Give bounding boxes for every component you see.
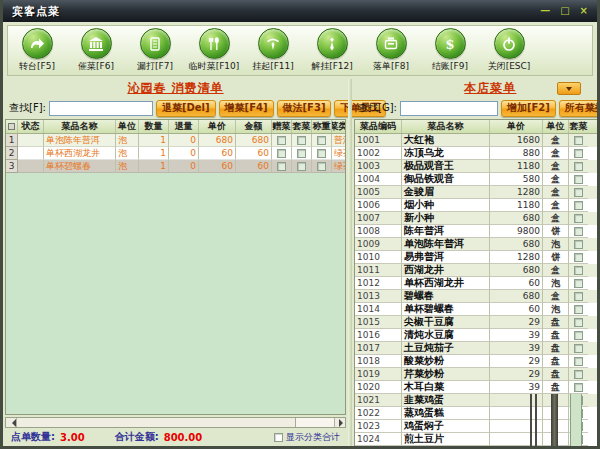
order-row[interactable]: 3 单杯碧螺春 泡 1 0 60 60 绿茶 [6,160,345,173]
combo-checkbox[interactable] [574,409,583,418]
show-category-toggle[interactable]: 显示分类合计 [274,431,340,444]
close-button[interactable]: × [580,6,588,16]
menu-row[interactable]: 1011 西湖龙井 680 盒 [355,264,600,277]
combo-checkbox[interactable] [574,370,583,379]
combo-checkbox[interactable] [574,305,583,314]
minimize-button[interactable]: — [540,6,550,16]
cell-category: 绿茶 [332,160,345,173]
combo-checkbox[interactable] [574,357,583,366]
combo-checkbox[interactable] [574,422,583,431]
show-category-checkbox[interactable] [274,433,283,442]
gift-checkbox[interactable] [277,162,286,171]
header-gift: 赠菜 [272,120,292,133]
combo-checkbox[interactable] [574,214,583,223]
combo-checkbox[interactable] [297,136,306,145]
menu-dropdown-button[interactable] [557,82,581,95]
menu-row[interactable]: 1010 易弗普洱 1280 饼 [355,251,600,264]
menu-row[interactable]: 1023 鸡蛋焖子 [355,420,600,433]
cell-category: 绿茶 [332,147,345,160]
order-action-button[interactable]: 增菜[F4] [219,100,274,117]
menu-row[interactable]: 1003 极品观音王 1180 盒 [355,160,600,173]
weigh-checkbox[interactable] [317,149,326,158]
menu-row[interactable]: 1019 芹菜炒粉 29 盘 [355,368,600,381]
combo-checkbox[interactable] [574,253,583,262]
toolbar-button[interactable]: 临时菜[F10] [188,28,240,73]
left-search-input[interactable] [49,101,153,116]
toolbar-button[interactable]: 挂起[F11] [247,28,299,73]
menu-row[interactable]: 1014 单杯碧螺春 60 泡 [355,303,600,316]
combo-checkbox[interactable] [574,435,583,444]
combo-checkbox[interactable] [574,240,583,249]
left-panel-title: 沁园春 消费清单 [127,80,223,97]
cell-price [490,407,543,420]
combo-checkbox[interactable] [574,188,583,197]
hscrollbar-thumb[interactable] [17,418,296,427]
combo-checkbox[interactable] [574,396,583,405]
menu-row[interactable]: 1006 烟小种 1180 盒 [355,199,600,212]
combo-checkbox[interactable] [574,175,583,184]
menu-row[interactable]: 1013 碧螺春 680 盒 [355,290,600,303]
menu-row[interactable]: 1008 陈年普洱 9800 饼 [355,225,600,238]
combo-checkbox[interactable] [574,383,583,392]
combo-checkbox[interactable] [297,149,306,158]
combo-checkbox[interactable] [574,344,583,353]
right-search-input[interactable] [400,101,498,116]
order-action-button[interactable]: 退菜[Del] [156,100,216,117]
order-row[interactable]: 1 单泡陈年普洱 泡 1 0 680 680 普洱 [6,134,345,147]
toolbar-button[interactable]: 落单[F8] [365,28,417,73]
combo-checkbox[interactable] [574,266,583,275]
menu-row[interactable]: 1005 金骏眉 1280 盒 [355,186,600,199]
combo-checkbox[interactable] [574,331,583,340]
menu-row[interactable]: 1002 冻顶乌龙 880 盒 [355,147,600,160]
menu-row[interactable]: 1022 蒸鸡蛋糕 [355,407,600,420]
cell-qty: 1 [139,134,169,147]
toolbar-button-label: 挂起[F11] [252,60,294,73]
toolbar-button[interactable]: 催菜[F6] [70,28,122,73]
order-count-label: 点单数量: [11,430,55,444]
combo-checkbox[interactable] [574,201,583,210]
menu-row[interactable]: 1020 木耳白菜 39 盘 [355,381,600,394]
menu-row[interactable]: 1009 单泡陈年普洱 680 泡 [355,238,600,251]
toolbar-button[interactable]: 解挂[F12] [306,28,358,73]
menu-row[interactable]: 1024 煎土豆片 [355,433,600,446]
toolbar-button[interactable]: 漏打[F7] [129,28,181,73]
combo-checkbox[interactable] [574,162,583,171]
menu-row[interactable]: 1016 清炖水豆腐 39 盘 [355,329,600,342]
weigh-checkbox[interactable] [317,162,326,171]
scroll-right-button[interactable] [334,418,345,427]
menu-row[interactable]: 1017 土豆炖茄子 39 盘 [355,342,600,355]
combo-checkbox[interactable] [297,162,306,171]
right-search-label: 查找[G]: [358,101,397,115]
menu-grid: 菜品编码 菜品名称 单价 单位 套菜 1001 大红袍 1680 盒 [354,119,600,446]
order-row[interactable]: 2 单杯西湖龙井 泡 1 0 60 60 绿茶 [6,147,345,160]
cell-qty: 1 [139,147,169,160]
combo-checkbox[interactable] [574,227,583,236]
combo-checkbox[interactable] [574,136,583,145]
menu-row[interactable]: 1012 单杯西湖龙井 60 泡 [355,277,600,290]
toolbar-button[interactable]: $ 结账[F9] [424,28,476,73]
toolbar-button[interactable]: 转台[F5] [11,28,63,73]
cell-dish-code: 1020 [355,381,402,394]
menu-row[interactable]: 1007 新小种 680 盒 [355,212,600,225]
scroll-left-button[interactable] [6,418,17,427]
weigh-checkbox[interactable] [317,136,326,145]
order-grid-hscrollbar[interactable] [5,417,346,428]
combo-checkbox[interactable] [574,292,583,301]
combo-checkbox[interactable] [574,318,583,327]
cell-dish-code: 1002 [355,147,402,160]
order-action-button[interactable]: 做法[F3] [277,100,332,117]
maximize-button[interactable]: □ [560,6,569,16]
menu-row[interactable]: 1015 尖椒干豆腐 29 盘 [355,316,600,329]
menu-row[interactable]: 1021 韭菜鸡蛋 [355,394,600,407]
gift-checkbox[interactable] [277,149,286,158]
all-categories-button[interactable]: 所有菜类 ↓ [559,100,600,117]
combo-checkbox[interactable] [574,149,583,158]
toolbar-button[interactable]: 关闭[ESC] [483,28,535,73]
menu-row[interactable]: 1001 大红袍 1680 盒 [355,134,600,147]
combo-checkbox[interactable] [574,279,583,288]
cell-dish-name: 单杯碧螺春 [402,303,490,316]
menu-row[interactable]: 1004 御品铁观音 580 盒 [355,173,600,186]
gift-checkbox[interactable] [277,136,286,145]
add-dish-button[interactable]: 增加[F2] [501,100,556,117]
menu-row[interactable]: 1018 酸菜炒粉 29 盘 [355,355,600,368]
